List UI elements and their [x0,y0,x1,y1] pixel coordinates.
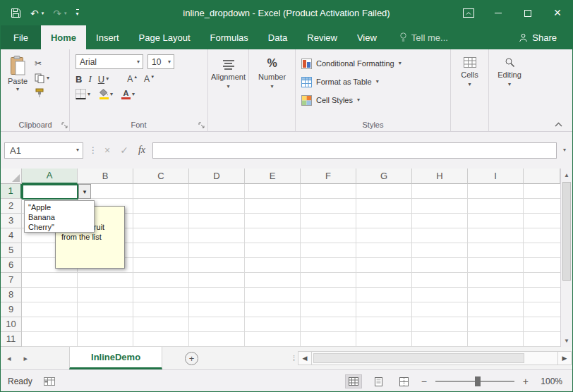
active-cell-a1[interactable] [22,184,78,200]
row-header-10[interactable]: 10 [1,317,22,332]
name-box[interactable]: A1 ▾ [4,142,83,159]
editing-button[interactable]: Editing ▾ [489,54,530,87]
sheet-prev-icon[interactable]: ◂ [1,354,18,363]
horizontal-scrollbar[interactable]: ◀ ▶ [298,351,572,365]
tab-tell-me[interactable]: Tell me... [390,25,458,49]
view-page-layout-button[interactable] [370,374,387,388]
dropdown-item[interactable]: Cherry" [28,222,94,232]
view-normal-button[interactable] [345,374,362,388]
redo-dropdown-icon[interactable]: ▾ [64,11,67,16]
column-header-c[interactable]: C [133,169,189,184]
column-header-a[interactable]: A [22,169,78,184]
zoom-out-button[interactable]: − [421,376,427,387]
row-header-6[interactable]: 6 [1,258,22,273]
underline-dropdown-icon[interactable]: ▾ [106,76,109,82]
view-page-break-button[interactable] [396,374,413,388]
ribbon-display-options-icon[interactable] [454,1,483,25]
zoom-in-button[interactable]: + [523,376,529,387]
row-header-1[interactable]: 1 [1,184,22,199]
shrink-font-button[interactable]: A▼ [144,74,155,84]
scroll-right-icon[interactable]: ▶ [557,352,571,365]
font-dialog-launcher-icon[interactable] [198,122,205,128]
underline-button[interactable]: U [98,74,104,85]
dropdown-item[interactable]: Banana [28,212,94,222]
cell-styles-button[interactable]: Cell Styles ▾ [301,91,450,109]
font-name-combo[interactable]: Arial ▾ [76,54,143,69]
vertical-scroll-thumb[interactable] [562,182,571,281]
format-painter-button[interactable] [35,88,49,98]
tab-splitter-grip[interactable]: ⁞ [293,354,298,362]
column-header-e[interactable]: E [245,169,301,184]
scroll-down-icon[interactable]: ▼ [561,334,572,347]
minimize-button[interactable] [483,1,513,25]
fill-color-button[interactable]: ▾ [99,89,113,99]
cells-button[interactable]: Cells ▾ [451,54,488,87]
sheet-next-icon[interactable]: ▸ [18,354,35,363]
copy-dropdown-icon[interactable]: ▾ [47,75,49,81]
copy-button[interactable]: ▾ [35,73,49,83]
paste-button[interactable]: Paste ▾ [1,54,35,131]
conditional-formatting-button[interactable]: Conditional Formatting ▾ [301,54,450,73]
insert-function-button[interactable]: fx [138,145,145,156]
bold-button[interactable]: B [76,74,82,85]
row-header-3[interactable]: 3 [1,214,22,228]
maximize-button[interactable] [513,1,543,25]
add-sheet-button[interactable]: + [185,352,198,365]
tab-review[interactable]: Review [297,25,347,49]
column-header-h[interactable]: H [412,169,468,184]
tab-insert[interactable]: Insert [86,25,129,49]
macro-record-icon[interactable] [44,377,55,386]
row-header-4[interactable]: 4 [1,228,22,243]
paste-dropdown-icon[interactable]: ▾ [16,87,19,92]
tab-home[interactable]: Home [41,25,86,49]
dropdown-item[interactable]: "Apple [28,202,94,212]
name-box-splitter[interactable]: ⋮ [83,145,103,155]
font-size-combo[interactable]: 10 ▾ [147,54,174,69]
tab-data[interactable]: Data [258,25,297,49]
zoom-slider-thumb[interactable] [475,376,481,386]
grid-cells[interactable]: ▾ Select a fruit from the list "Apple Ba… [22,184,560,347]
sheet-tab-inlinedemo[interactable]: InlineDemo [69,347,162,369]
zoom-slider[interactable] [435,376,514,386]
column-header-b[interactable]: B [78,169,133,184]
expand-formula-bar-icon[interactable]: ▾ [557,147,572,153]
cut-button[interactable]: ✂ [35,59,49,68]
row-header-11[interactable]: 11 [1,332,22,347]
font-color-button[interactable]: A ▾ [121,90,135,99]
enter-check-icon[interactable]: ✓ [120,145,128,156]
undo-button[interactable]: ↶ [30,8,39,19]
save-icon[interactable] [11,8,21,18]
row-header-5[interactable]: 5 [1,243,22,258]
customize-toolbar-icon[interactable]: ▾ [76,9,79,18]
redo-button[interactable]: ↷ [53,8,61,19]
close-button[interactable]: × [543,1,572,25]
row-header-8[interactable]: 8 [1,288,22,302]
row-header-9[interactable]: 9 [1,302,22,317]
tab-file[interactable]: File [1,25,41,49]
borders-button[interactable]: ▾ [76,89,90,99]
number-button[interactable]: % Number ▾ [249,54,295,90]
scroll-up-icon[interactable]: ▲ [561,169,572,181]
select-all-corner[interactable] [1,169,22,184]
column-header-i[interactable]: I [468,169,524,184]
column-header-g[interactable]: G [356,169,412,184]
formula-input[interactable] [152,142,557,159]
cancel-icon[interactable]: × [104,145,110,156]
column-header-d[interactable]: D [189,169,245,184]
zoom-level[interactable]: 100% [537,376,562,386]
vertical-scrollbar[interactable]: ▲ ▼ [560,169,572,347]
format-as-table-button[interactable]: Format as Table ▾ [301,73,450,91]
collapse-ribbon-icon[interactable] [555,122,562,127]
alignment-button[interactable]: Alignment ▾ [208,54,248,90]
row-header-2[interactable]: 2 [1,199,22,214]
tab-view[interactable]: View [347,25,387,49]
horizontal-scroll-track[interactable] [312,352,557,365]
column-header-f[interactable]: F [301,169,356,184]
clipboard-dialog-launcher-icon[interactable] [61,122,68,128]
row-header-7[interactable]: 7 [1,273,22,288]
undo-dropdown-icon[interactable]: ▾ [42,11,44,16]
share-button[interactable]: Share [509,25,567,49]
grow-font-button[interactable]: A▲ [127,74,138,84]
italic-button[interactable]: I [88,73,91,85]
in-cell-dropdown-button[interactable]: ▾ [78,184,91,199]
